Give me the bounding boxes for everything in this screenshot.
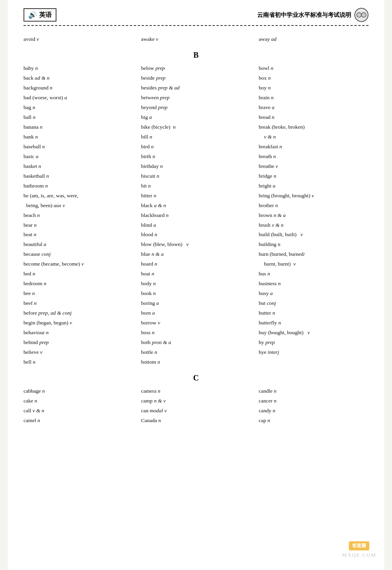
list-item: bathroom n (24, 181, 133, 191)
list-item: bell n (24, 357, 133, 367)
section-b-label: B (24, 51, 368, 60)
list-item: bedroom n (24, 279, 133, 289)
list-item: book n (141, 289, 251, 299)
list-item: become (became, become) v (24, 259, 133, 269)
list-item: cap n (259, 416, 368, 426)
list-item: birthday n (141, 162, 251, 171)
list-item: banana n (24, 122, 133, 132)
section-c-columns: cabbage n cake n call v & n camel n came… (24, 386, 368, 426)
list-item: bit n (141, 181, 251, 191)
list-item: blue n & a (141, 249, 251, 259)
list-item: call v & n (24, 406, 133, 416)
list-item: bridge n (259, 171, 368, 181)
svg-point-0 (357, 13, 361, 17)
list-item: bottle n (141, 348, 251, 357)
list-item: because conj (24, 249, 133, 259)
list-item: beside prep (141, 73, 251, 83)
list-item: bus n (259, 269, 368, 279)
list-item: beach n (24, 211, 133, 220)
watermark-box: 答案圈 (349, 541, 369, 550)
list-item: but conj (259, 299, 368, 308)
section-b-columns: baby n back ad & n background n bad (wor… (24, 64, 368, 367)
list-item: brown n & a (259, 211, 368, 220)
entry-away: away ad (259, 34, 368, 44)
list-item: brain n (259, 93, 368, 103)
list-item: black a & n (141, 201, 251, 211)
list-item: board n (141, 259, 251, 269)
list-item: background n (24, 83, 133, 93)
section-c-col2: camera n camp n & v can modal v Canada n (141, 386, 251, 426)
list-item: Canada n (141, 416, 251, 426)
list-item: blow (blew, blown) v (141, 240, 251, 249)
list-item: bowl n (259, 64, 368, 73)
list-item: biscuit n (141, 171, 251, 181)
list-item: bird n (141, 142, 251, 152)
list-item: brush v & n (259, 220, 368, 230)
circle-icon (354, 8, 368, 22)
list-item: before prep, ad & conj (24, 308, 133, 318)
svg-point-1 (361, 13, 366, 17)
list-item: behind prep (24, 338, 133, 348)
section-b-col3: bowl n box n boy n brain n brave a bread… (259, 64, 368, 367)
list-item: baby n (24, 64, 133, 73)
list-item: borrow v (141, 318, 251, 328)
list-item: basket n (24, 162, 133, 171)
list-item: baseball n (24, 142, 133, 152)
list-item: beat n (24, 230, 133, 240)
list-item: believe v (24, 348, 133, 357)
section-c-col3: candle n cancer n candy n cap n (259, 386, 368, 426)
section-b: B baby n back ad & n background n bad (w… (24, 51, 368, 367)
list-item: camera n (141, 386, 251, 396)
list-item: blackboard n (141, 211, 251, 220)
list-item: bye interj (259, 348, 368, 357)
list-item: building n (259, 240, 368, 249)
top-entries: avoid v awake v away ad (24, 34, 368, 44)
list-item: boss n (141, 328, 251, 338)
watermark: 答案圈 MXQE.COM (342, 541, 376, 558)
list-item: blind a (141, 220, 251, 230)
section-c-label: C (24, 373, 368, 382)
watermark-url: MXQE.COM (342, 552, 376, 558)
list-item: cancer n (259, 396, 368, 406)
list-item: build (built, built) v (259, 230, 368, 240)
list-item: bright a (259, 181, 368, 191)
section-b-col2: below prep beside prep besides prep & ad… (141, 64, 251, 367)
list-item: cake n (24, 396, 133, 406)
list-item: by prep (259, 338, 368, 348)
list-item: beyond prep (141, 103, 251, 113)
list-item: birth n (141, 152, 251, 162)
entry-avoid: avoid v (24, 34, 133, 44)
header-left-title: 英语 (39, 11, 52, 19)
speaker-icon: 🔊 (28, 11, 37, 19)
list-item: brave a (259, 103, 368, 113)
list-item: big a (141, 113, 251, 122)
list-item: basic a (24, 152, 133, 162)
list-item: beautiful a (24, 240, 133, 249)
list-item: box n (259, 73, 368, 83)
list-item: both pron & a (141, 338, 251, 348)
list-item: breath n (259, 152, 368, 162)
list-item: boat n (141, 269, 251, 279)
list-item: breakfast n (259, 142, 368, 152)
list-item: behaviour n (24, 328, 133, 338)
header-right-title: 云南省初中学业水平标准与考试说明 (257, 11, 351, 19)
list-item: busy a (259, 289, 368, 299)
list-item: bottom n (141, 357, 251, 367)
list-item: butter n (259, 308, 368, 318)
list-item: beef n (24, 299, 133, 308)
list-item: boring a (141, 299, 251, 308)
list-item: burn (burned, burned/ burnt, burnt) v (259, 249, 368, 269)
list-item: be (am, is, are, was, were, being, been)… (24, 191, 133, 211)
list-item: bring (brought, brought) v (259, 191, 368, 201)
list-item: break (broke, broken) v & n (259, 122, 368, 142)
list-item: bear n (24, 220, 133, 230)
list-item: below prep (141, 64, 251, 73)
section-c-col1: cabbage n cake n call v & n camel n (24, 386, 133, 426)
entry-awake: awake v (141, 34, 251, 44)
list-item: bad (worse, worst) a (24, 93, 133, 103)
header: 🔊 英语 云南省初中学业水平标准与考试说明 (24, 8, 368, 26)
list-item: besides prep & ad (141, 83, 251, 93)
list-item: basketball n (24, 171, 133, 181)
list-item: born a (141, 308, 251, 318)
list-item: business n (259, 279, 368, 289)
